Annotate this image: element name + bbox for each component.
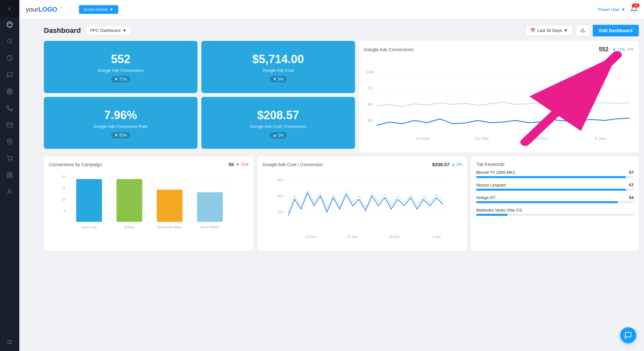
chart-more-options[interactable]: ••• — [628, 46, 634, 53]
svg-point-2 — [9, 23, 10, 24]
campaign-chart-title: Conversions by Campaign — [49, 162, 102, 167]
topnav: yourLOGO ™ Acme Dental ▼ Power User ▼ 10… — [19, 0, 644, 19]
dashboard-header-right: 📅 Last 30 Days ▼ Edit Dashboard — [525, 24, 639, 36]
svg-text:4 Jan: 4 Jan — [594, 137, 606, 141]
metric-card-cost-conv: $208.57 Google Ads Cost / Conversion ▲ 2… — [201, 97, 355, 149]
metric-badge-conversions: ▼ 71% — [111, 76, 130, 82]
sidebar-item-grid[interactable] — [6, 171, 14, 179]
top-keywords-card: Top Keywords Blonell TF 2000 MK1 57 Niss… — [471, 157, 639, 251]
keyword-bar-fill — [476, 214, 508, 216]
metric-label-rate: Google Ads Conversion Rate — [94, 124, 148, 129]
svg-point-0 — [7, 22, 13, 27]
sidebar-item-palette[interactable] — [6, 21, 14, 28]
svg-point-12 — [12, 161, 12, 161]
svg-point-1 — [8, 24, 9, 24]
svg-text:50: 50 — [367, 102, 372, 107]
cost-conv-chart-card: Google Ads Cost / Conversion $208.57 ▲ 2… — [257, 157, 467, 251]
metric-value-rate: 7.96% — [104, 109, 137, 122]
metric-label-conversions: Google Ads Conversions — [98, 68, 144, 73]
metric-badge-cost-conv: ▲ 2% — [270, 132, 287, 138]
svg-text:default: default — [125, 225, 134, 229]
svg-text:Acme Auto Body: Acme Auto Body — [158, 225, 182, 229]
keyword-name: Artega GT — [476, 195, 495, 200]
chat-widget[interactable] — [620, 327, 636, 343]
conversions-chart-svg: 100 75 50 25 14 Dec 21 Dec 28 Dec 4 Jan — [364, 56, 634, 146]
metric-card-conversions: 552 Google Ads Conversions ▼ 71% — [44, 41, 197, 93]
svg-text:28 Dec: 28 Dec — [533, 137, 548, 141]
sidebar-item-menu[interactable] — [6, 338, 14, 346]
account-name: Acme Dental — [83, 7, 107, 12]
svg-text:600: 600 — [277, 178, 283, 182]
svg-point-10 — [9, 140, 11, 142]
top-section: 552 Google Ads Conversions ▼ 71% $5,714.… — [44, 41, 639, 153]
sidebar-item-reports[interactable] — [6, 54, 14, 62]
svg-text:20: 20 — [62, 175, 65, 179]
svg-rect-16 — [10, 176, 12, 178]
notification-bell[interactable]: 100 — [630, 5, 638, 14]
metric-value-cost-conv: $208.57 — [257, 109, 299, 122]
cost-conv-chart-title: Google Ads Cost / Conversion — [263, 162, 323, 167]
metric-badge-rate: ▼ 55% — [111, 132, 130, 138]
notification-count: 100 — [632, 4, 639, 7]
dashboard-select-label: PPC Dashboard — [90, 28, 120, 33]
sidebar — [0, 0, 19, 351]
metric-value-conversions: 552 — [111, 52, 130, 66]
svg-point-17 — [9, 190, 11, 192]
svg-text:28 Dec: 28 Dec — [389, 235, 400, 239]
metric-card-rate: 7.96% Google Ads Conversion Rate ▼ 55% — [44, 97, 197, 149]
keyword-item: Nissan Leopard 57 — [476, 183, 634, 191]
svg-text:21 Dec: 21 Dec — [347, 235, 358, 239]
date-range-dropdown-icon: ▼ — [564, 28, 568, 33]
edit-dashboard-button[interactable]: Edit Dashboard — [593, 25, 639, 36]
keyword-name: Blonell TF 2000 MK1 — [476, 170, 515, 175]
svg-rect-48 — [157, 190, 183, 222]
conversions-chart-value: 552 — [599, 46, 609, 53]
campaign-chart-card: Conversions by Campaign 55 ▼ 71% 20 15 1… — [44, 157, 254, 251]
power-user-link[interactable]: Power User ▼ — [598, 7, 625, 12]
account-selector[interactable]: Acme Dental ▼ — [79, 5, 118, 14]
cost-conv-svg: 600 400 200 14 Dec 21 Dec 28 Dec 4 Jan — [263, 170, 462, 244]
main-content: Dashboard PPC Dashboard ▼ 📅 Last 30 Days… — [39, 19, 644, 351]
metric-card-cost: $5,714.00 Google Ads Cost ▼ 5% — [201, 41, 355, 93]
keyword-bar-background — [476, 201, 634, 203]
date-range-button[interactable]: 📅 Last 30 Days ▼ — [525, 25, 573, 36]
sidebar-item-messages[interactable] — [6, 71, 14, 79]
sidebar-item-location[interactable] — [6, 138, 14, 146]
sidebar-item-cart[interactable] — [6, 155, 14, 162]
svg-text:5: 5 — [63, 209, 65, 213]
sidebar-collapse-btn[interactable] — [0, 0, 19, 17]
metrics-grid: 552 Google Ads Conversions ▼ 71% $5,714.… — [44, 41, 355, 149]
sidebar-item-mail[interactable] — [6, 121, 14, 129]
campaign-bar-chart-svg: 20 15 10 5 Acme Law default Acme Auto Bo… — [49, 170, 248, 241]
keyword-bar-background — [476, 176, 634, 178]
campaign-total: 55 — [228, 162, 234, 167]
keyword-count: 57 — [629, 183, 634, 187]
metric-value-cost: $5,714.00 — [252, 52, 304, 66]
sidebar-item-search[interactable] — [6, 37, 14, 45]
dashboard-selector[interactable]: PPC Dashboard ▼ — [86, 26, 131, 35]
svg-rect-46 — [117, 179, 142, 222]
svg-point-7 — [7, 89, 13, 94]
logo-area: yourLOGO ™ Acme Dental ▼ — [26, 5, 118, 14]
sidebar-item-target[interactable] — [6, 88, 14, 95]
conversions-chart-badge: ▼ 71% — [612, 47, 625, 52]
keyword-name: Nissan Leopard — [476, 183, 505, 187]
svg-point-9 — [9, 91, 10, 92]
top-keywords-title: Top Keywords — [476, 162, 505, 167]
svg-rect-13 — [7, 173, 9, 175]
svg-text:400: 400 — [277, 194, 283, 198]
svg-text:Acme Law: Acme Law — [82, 225, 97, 229]
download-button[interactable] — [576, 24, 590, 36]
dashboard-header: Dashboard PPC Dashboard ▼ 📅 Last 30 Days… — [44, 24, 639, 36]
bottom-section: Conversions by Campaign 55 ▼ 71% 20 15 1… — [44, 157, 639, 251]
top-keywords-header: Top Keywords — [476, 162, 634, 167]
svg-text:75: 75 — [367, 86, 372, 90]
sidebar-item-user[interactable] — [6, 188, 14, 196]
svg-text:200: 200 — [277, 210, 283, 214]
sidebar-item-phone[interactable] — [6, 104, 14, 112]
metric-label-cost-conv: Google Ads Cost / Conversion — [250, 124, 306, 129]
logo-divider — [70, 5, 71, 14]
cost-conv-badge: ▲ 2% — [452, 162, 462, 167]
account-dropdown-icon: ▼ — [110, 7, 114, 12]
keyword-bar-fill — [476, 176, 626, 178]
